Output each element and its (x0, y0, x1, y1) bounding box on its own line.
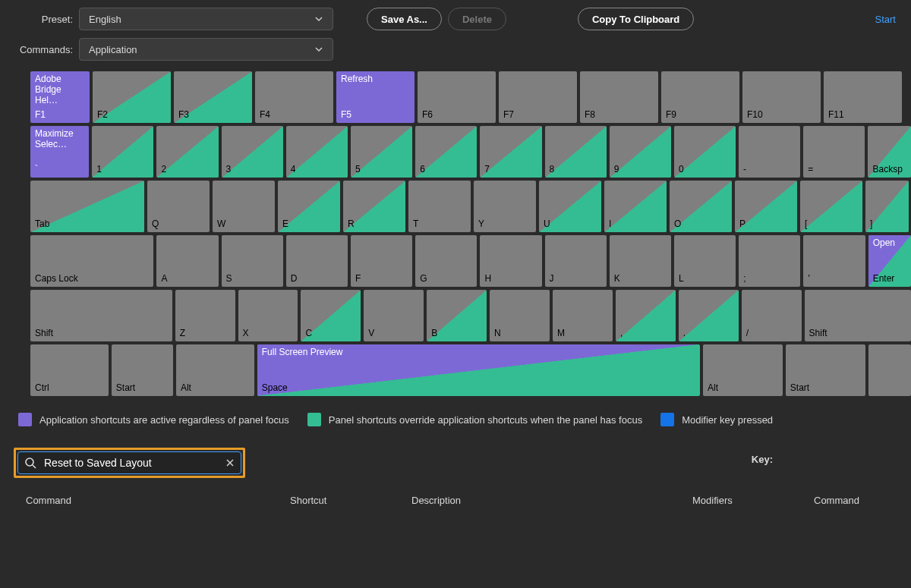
key-0[interactable]: 0 (674, 126, 736, 178)
commands-select[interactable]: Application (79, 38, 333, 61)
delete-button[interactable]: Delete (448, 8, 506, 30)
key-f10[interactable]: F10 (742, 71, 821, 123)
key-[interactable]: , (616, 290, 676, 341)
key-[interactable]: . (679, 290, 739, 341)
key-label: - (743, 164, 746, 175)
key-h[interactable]: H (480, 235, 541, 287)
key-m[interactable]: M (553, 290, 613, 341)
key-5[interactable]: 5 (351, 126, 412, 178)
key-[interactable]: ] (865, 181, 909, 232)
key-label: F2 (97, 109, 108, 120)
save-as-button[interactable]: Save As... (367, 8, 442, 30)
key-s[interactable]: S (222, 235, 283, 287)
key-1[interactable]: 1 (92, 126, 153, 178)
key-[interactable]: Maximize Selec…` (30, 126, 89, 178)
key-r[interactable]: R (343, 181, 405, 232)
key-j[interactable]: J (545, 235, 607, 287)
search-icon (24, 457, 36, 469)
key-x[interactable]: X (238, 290, 298, 341)
key-label: , (620, 328, 623, 338)
key-assignment: Refresh (341, 74, 411, 85)
key-i[interactable]: I (604, 181, 667, 232)
key-f5[interactable]: RefreshF5 (336, 71, 415, 123)
key-ctrl[interactable]: Ctrl (30, 344, 109, 396)
key-shift[interactable]: Shift (805, 290, 911, 341)
key-[interactable]: - (739, 126, 800, 178)
key-label: F5 (341, 109, 351, 120)
key-label: Shift (35, 328, 53, 338)
key-backsp[interactable]: Backsp (868, 126, 910, 178)
key-label: V (368, 328, 374, 338)
search-input[interactable] (43, 456, 219, 470)
clear-icon[interactable] (225, 458, 235, 467)
col-command2[interactable]: Command (814, 495, 859, 506)
key-2[interactable]: 2 (156, 126, 218, 178)
key-a[interactable]: A (156, 235, 218, 287)
key-f[interactable]: F (351, 235, 412, 287)
key-w[interactable]: W (213, 181, 275, 232)
key-f7[interactable]: F7 (499, 71, 577, 123)
key-space[interactable]: Full Screen PreviewSpace (257, 344, 700, 396)
key-f11[interactable]: F11 (824, 71, 902, 123)
key-f2[interactable]: F2 (93, 71, 171, 123)
key-4[interactable]: 4 (286, 126, 348, 178)
search-field[interactable] (17, 451, 241, 474)
key-c[interactable]: C (301, 290, 361, 341)
key-label: N (494, 328, 501, 338)
key-f8[interactable]: F8 (580, 71, 658, 123)
key-e[interactable]: E (278, 181, 340, 232)
key-9[interactable]: 9 (610, 126, 671, 178)
key-u[interactable]: U (539, 181, 601, 232)
key-f3[interactable]: F3 (174, 71, 252, 123)
key-6[interactable]: 6 (415, 126, 477, 178)
key-alt[interactable]: Alt (703, 344, 783, 396)
key-[interactable]: / (742, 290, 802, 341)
key-enter[interactable]: OpenEnter (868, 235, 911, 287)
copy-clipboard-button[interactable]: Copy To Clipboard (578, 8, 694, 30)
key-label: I (609, 219, 611, 229)
key-z[interactable]: Z (175, 290, 235, 341)
key-7[interactable]: 7 (480, 126, 541, 178)
key-start[interactable]: Start (112, 344, 173, 396)
key-capslock[interactable]: Caps Lock (30, 235, 153, 287)
key-tab[interactable]: Tab (30, 181, 144, 232)
key-p[interactable]: P (735, 181, 797, 232)
key-g[interactable]: G (415, 235, 477, 287)
key-t[interactable]: T (408, 181, 471, 232)
key-alt[interactable]: Alt (176, 344, 254, 396)
key-n[interactable]: N (490, 290, 550, 341)
key-label: P (739, 219, 746, 229)
key-[interactable]: ' (803, 235, 865, 287)
key-8[interactable]: 8 (545, 126, 607, 178)
key-o[interactable]: O (670, 181, 732, 232)
key-f1[interactable]: Adobe Bridge Hel…F1 (30, 71, 90, 123)
key-d[interactable]: D (286, 235, 348, 287)
key-f4[interactable]: F4 (255, 71, 333, 123)
table-header: Command Shortcut Description Modifiers C… (0, 478, 911, 506)
key-label: G (420, 273, 427, 284)
key-k[interactable]: K (610, 235, 671, 287)
key-b[interactable]: B (427, 290, 487, 341)
key-3[interactable]: 3 (222, 126, 283, 178)
key-blank[interactable] (868, 344, 911, 396)
key-l[interactable]: L (674, 235, 736, 287)
start-link[interactable]: Start (875, 14, 897, 25)
key-label: A (161, 273, 167, 284)
key-start[interactable]: Start (786, 344, 865, 396)
key-f9[interactable]: F9 (661, 71, 739, 123)
key-[interactable]: ; (739, 235, 800, 287)
key-label: Shift (809, 328, 827, 338)
key-shift[interactable]: Shift (30, 290, 172, 341)
key-q[interactable]: Q (147, 181, 210, 232)
col-shortcut[interactable]: Shortcut (290, 495, 411, 506)
key-[interactable]: = (803, 126, 865, 178)
col-description[interactable]: Description (411, 495, 692, 506)
key-y[interactable]: Y (474, 181, 536, 232)
preset-select[interactable]: English (79, 8, 333, 30)
col-command[interactable]: Command (26, 495, 290, 506)
key-label: Start (790, 382, 809, 393)
key-v[interactable]: V (364, 290, 424, 341)
col-modifiers[interactable]: Modifiers (692, 495, 814, 506)
key-[interactable]: [ (800, 181, 862, 232)
key-f6[interactable]: F6 (418, 71, 496, 123)
